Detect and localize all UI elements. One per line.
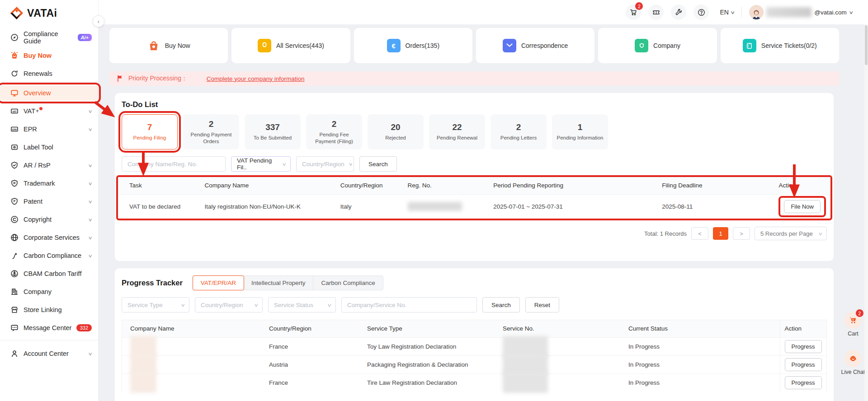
stat-pending-information[interactable]: 1 Pending Information [552,114,608,149]
file-now-button[interactable]: File Now [784,200,821,213]
folder-shield-icon [635,39,648,52]
user-email-suffix: @vatai.com [814,9,846,16]
todo-search-button[interactable]: Search [359,156,397,172]
stat-pending-renewal[interactable]: 22 Pending Renewal [429,114,485,149]
service-status-select[interactable]: Service Status ∨ [268,297,336,312]
page-size-select[interactable]: 5 Records per Page ∨ [755,227,827,240]
top-bar: 2 EN ∨ @vatai.com ∨ [99,0,868,24]
euro-icon: € [387,39,401,52]
country-region-select[interactable]: Country/Region ∨ [296,156,354,172]
progress-button[interactable]: Progress [785,340,822,353]
sidebar-item-compliance-guide[interactable]: Compliance Guide Ai+ [0,30,98,45]
main-content: Buy Now All Services(443) € Orders(135) … [99,24,868,401]
language-selector[interactable]: EN ∨ [720,9,734,16]
next-page-button[interactable]: > [733,227,750,240]
sidebar-divider [0,340,98,340]
chevron-down-icon: ∨ [282,162,287,167]
tab-intellectual-property[interactable]: Intellectual Property [244,276,313,290]
stat-rejected[interactable]: 20 Rejected [368,114,424,149]
tab-carbon-compliance[interactable]: Carbon Compliance [313,276,382,290]
sidebar-collapse-button[interactable]: ‹ [93,15,104,27]
sidebar-item-carbon-compliance[interactable]: Carbon Compliance ∨ [0,248,98,263]
quick-card-all-services[interactable]: All Services(443) [231,28,350,63]
cart-icon [849,316,858,325]
progress-table-row: Austria Packaging Registration & Declara… [122,355,826,373]
stat-to-be-submitted[interactable]: 337 To Be Submitted [245,114,301,149]
stat-pending-filing[interactable]: 7 Pending Filing [122,114,178,149]
scrollbar-thumb[interactable] [865,25,868,65]
chevron-down-icon: ∨ [180,303,185,308]
sidebar-item-buy-now[interactable]: Buy Now [0,48,98,63]
chevron-down-icon: ∨ [327,303,332,308]
sidebar-item-company[interactable]: Company [0,284,98,299]
quick-card-buy-now[interactable]: Buy Now [109,28,228,63]
sidebar-item-vat[interactable]: VAT VAT+ ∨ [0,103,98,119]
todo-filter-row: VAT Pending Fil.. ∨ Country/Region ∨ Sea… [122,156,827,172]
company-name-blurred [130,354,156,375]
quick-card-correspondence[interactable]: Correspondence [476,28,594,63]
route-icon [10,252,19,260]
svg-text:EPR: EPR [12,129,17,131]
task-status-select[interactable]: VAT Pending Fil.. ∨ [231,156,291,172]
sidebar-item-trademark[interactable]: R Trademark ∨ [0,176,98,191]
tools-button[interactable] [671,5,686,20]
stat-pending-fee-payment[interactable]: 2 Pending Fee Payment (Filing) [306,114,362,149]
chat-icon [10,324,19,332]
coupon-button[interactable] [648,5,664,20]
progress-search-button[interactable]: Search [482,297,520,312]
sidebar-item-store-linking[interactable]: Store Linking [0,302,98,317]
stat-pending-payment-orders[interactable]: 2 Pending Payment Orders [183,114,239,149]
help-button[interactable] [693,5,709,20]
wrench-icon [675,9,683,16]
company-service-no-input[interactable] [341,297,477,312]
progress-table-wrap: Company Name Country/Region Service Type… [122,320,827,392]
user-menu[interactable]: @vatai.com ∨ [749,5,853,19]
sidebar-item-epr[interactable]: EPR EPR ∨ [0,121,98,137]
progress-title: Progress Tracker [122,279,183,287]
service-no-blurred [503,354,548,375]
prev-page-button[interactable]: < [691,227,708,240]
vertical-scrollbar[interactable] [864,24,868,401]
message-count-badge: 332 [76,324,92,331]
sidebar-item-ar-rsp[interactable]: AR / RsP ∨ [0,158,98,173]
company-cell: Italy registration Non-EU/Non-UK-K [200,194,336,219]
sidebar-item-patent[interactable]: P Patent ∨ [0,194,98,209]
sidebar-item-copyright[interactable]: Copyright ∨ [0,212,98,227]
sidebar-item-renewals[interactable]: Renewals [0,66,98,81]
reg-no-blurred [408,202,462,211]
todo-table-annotation-frame: Task Company Name Country/Region Reg. No… [116,175,832,220]
quick-card-service-tickets[interactable]: Service Tickets(0/2) [721,28,839,63]
sidebar-item-overview[interactable]: Overview [0,85,98,101]
sidebar-item-message-center[interactable]: Message Center 332 [0,320,98,336]
stat-pending-letters[interactable]: 2 Pending Letters [491,114,547,149]
progress-button[interactable]: Progress [785,376,822,389]
user-name-blurred [766,7,811,17]
service-type-select[interactable]: Service Type ∨ [122,297,189,312]
sidebar-item-label-tool[interactable]: Label Tool [0,140,98,155]
progress-button[interactable]: Progress [785,358,822,371]
sidebar-item-corporate-services[interactable]: Corporate Services ∨ [0,230,98,245]
floating-cart-button[interactable]: 2 [844,312,862,329]
shield-check-icon [10,161,19,170]
brand-name: VATAi [27,7,57,19]
company-name-input[interactable] [122,156,226,172]
country-region-select[interactable]: Country/Region ∨ [195,297,263,312]
trademark-icon: R [10,179,19,188]
tab-vat-epr-ar[interactable]: VAT/EPR/AR [193,275,244,290]
services-bag-icon [258,39,271,52]
complete-company-info-link[interactable]: Complete your company information [207,75,305,82]
sidebar-item-account-center[interactable]: Account Center ∨ [0,346,98,361]
quick-card-company[interactable]: Company [598,28,717,63]
progress-header: Progress Tracker VAT/EPR/AR Intellectual… [122,275,827,290]
cart-button[interactable]: 2 [626,5,641,20]
chevron-down-icon: ∨ [818,231,823,236]
store-icon [10,306,19,314]
current-page[interactable]: 1 [713,227,728,240]
quick-card-orders[interactable]: € Orders(135) [354,28,472,63]
progress-reset-button[interactable]: Reset [525,297,559,312]
live-chat-button[interactable] [844,350,862,367]
notification-dot [39,107,42,110]
ticket-clipboard-icon [743,39,756,52]
sidebar-item-cbam-carbon-tariff[interactable]: CBAM Carbon Tariff [0,266,98,281]
chevron-down-icon: ∨ [88,351,92,356]
